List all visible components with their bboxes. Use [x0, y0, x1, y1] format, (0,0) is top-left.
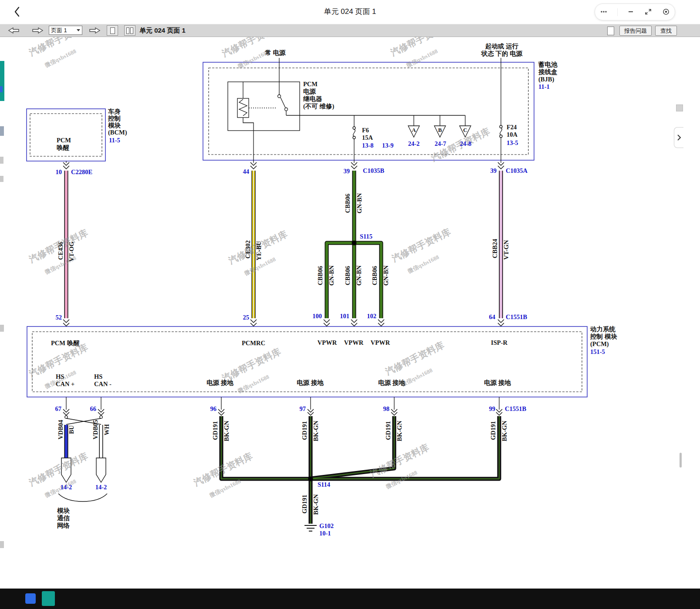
more-options-button[interactable]: [599, 8, 608, 17]
title-bar: 单元 024 页面 1: [0, 0, 700, 24]
two-page-view-button[interactable]: [124, 25, 135, 36]
page-select[interactable]: 页面 1: [49, 26, 82, 35]
taskbar-app-icon-1[interactable]: [25, 593, 36, 604]
side-panel-expand-tab[interactable]: [674, 127, 683, 148]
twisted-pair: [65, 416, 102, 424]
next-page-button[interactable]: [30, 25, 44, 36]
dock-item[interactable]: [0, 541, 4, 548]
page-view-icon: [130, 27, 133, 34]
page-view-icon: [110, 27, 115, 34]
connector-chevrons: [63, 162, 504, 415]
minimize-button[interactable]: [626, 8, 635, 17]
back-button[interactable]: [11, 6, 23, 19]
dock-item[interactable]: [0, 157, 3, 164]
ground-symbol: [304, 525, 317, 531]
harness-wires: [66, 171, 501, 524]
dock-teal-strip[interactable]: [0, 61, 4, 101]
dock-blue-item[interactable]: [0, 86, 3, 92]
chevron-left-icon: [14, 6, 20, 18]
dock-item[interactable]: [0, 126, 4, 136]
pcm-power-relay: [228, 58, 300, 163]
window-controls: [595, 3, 675, 20]
arrow-right-icon: [31, 25, 44, 36]
module-boxes: [27, 62, 587, 397]
taskbar: [0, 589, 700, 609]
document-title: 单元 024 页面 1: [139, 24, 186, 37]
dock-item[interactable]: [0, 325, 4, 332]
taskbar-app-icon-2[interactable]: [42, 591, 55, 606]
splice-dots: [308, 241, 357, 481]
minimize-icon: [627, 8, 635, 16]
toolbar: 页面 1 单元 024 页面 1 报告问题 查找: [0, 24, 700, 37]
report-problem-button[interactable]: 报告问题: [619, 26, 652, 36]
record-button[interactable]: [662, 8, 670, 17]
chevron-right-icon: [676, 134, 682, 141]
arrow-left-icon: [7, 25, 20, 36]
scrollbar-thumb[interactable]: [680, 453, 682, 468]
ellipsis-icon: [600, 8, 608, 16]
find-button[interactable]: 查找: [655, 26, 677, 36]
page-view-icon: [126, 27, 129, 34]
prev-page-button[interactable]: [7, 25, 21, 36]
fullscreen-button[interactable]: [644, 8, 653, 17]
arrow-right-icon: [88, 25, 101, 36]
single-page-view-button[interactable]: [107, 25, 118, 36]
side-panel-icon[interactable]: [676, 104, 683, 111]
dropdown-arrow-icon: [77, 29, 80, 31]
dock-item[interactable]: [0, 176, 3, 182]
window-title: 单元 024 页面 1: [324, 7, 376, 17]
page-thumbnail-icon[interactable]: [607, 27, 614, 35]
wiring-diagram: [0, 0, 700, 609]
shield-terminals: [61, 458, 106, 482]
bundle-brace: [58, 494, 107, 501]
controls-divider: [617, 8, 618, 16]
record-icon: [662, 8, 670, 16]
app-window: 汽修帮手资料库微信qxbs1688汽修帮手资料库微信qxbs1688汽修帮手资料…: [0, 0, 700, 609]
fullscreen-icon: [644, 8, 652, 16]
power-distribution: [66, 58, 502, 410]
go-page-button[interactable]: [88, 25, 101, 36]
page-select-value: 页面 1: [51, 27, 67, 34]
